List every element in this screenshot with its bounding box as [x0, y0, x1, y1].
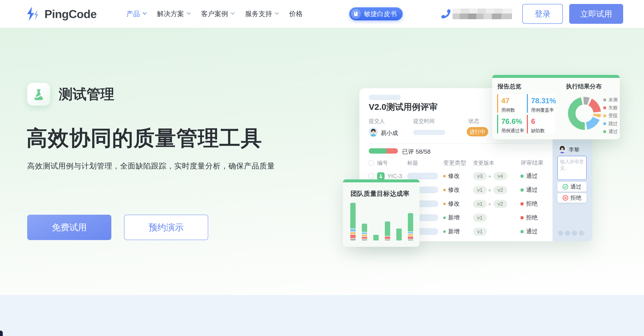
- bar-segment: [362, 239, 367, 240]
- legend-label: 通过: [608, 129, 618, 135]
- change-type-dot: [443, 189, 446, 191]
- nav-item-support[interactable]: 服务支持: [245, 9, 278, 18]
- col-review-result: 评审结果: [520, 159, 550, 167]
- report-title: 报告总览: [498, 82, 521, 91]
- reviewer-name: 李黎: [569, 146, 580, 153]
- bar-segment: [362, 224, 367, 232]
- bar-segment: [385, 221, 390, 236]
- stat-coverage: 78.31% 用例覆盖率: [527, 94, 555, 113]
- review-result: 通过: [526, 228, 538, 235]
- legend-item: 失败: [603, 105, 618, 110]
- stacked-bar: [362, 224, 367, 240]
- logo-text: PingCode: [44, 7, 97, 21]
- whitepaper-badge[interactable]: 敏捷白皮书: [349, 7, 403, 20]
- chevron-down-icon: [187, 11, 191, 15]
- hero-subtitle: 高效测试用例与计划管理，全面缺陷跟踪，实时度量分析，确保产品质量: [27, 161, 275, 171]
- redacted-phone-number: [452, 8, 512, 19]
- nav-item-products[interactable]: 产品: [126, 9, 146, 18]
- pagination-dots: [558, 231, 584, 236]
- navbar: PingCode 产品 解决方案 客户案例 服务支持 价格: [0, 0, 644, 28]
- pingcode-landing-page: PingCode 产品 解决方案 客户案例 服务支持 价格: [0, 0, 644, 336]
- legend-item: 通过: [603, 129, 618, 134]
- version-to: v2: [493, 186, 507, 194]
- approve-button: 通过: [557, 182, 587, 192]
- legend-label: 跳过: [608, 121, 618, 127]
- stat-case-count: 47 用例数: [497, 94, 525, 113]
- arrow-right-icon: ▸: [489, 201, 492, 207]
- change-type-dot: [443, 175, 446, 177]
- next-section-background: [0, 295, 644, 336]
- bar-segment: [350, 235, 356, 238]
- arrow-right-icon: ▸: [489, 187, 492, 193]
- result-status-square: [520, 188, 524, 191]
- whitepaper-label: 敏捷白皮书: [364, 9, 397, 18]
- report-stats: 47 用例数 78.31% 用例覆盖率 76.6% 用例通过率 6 缺陷数: [497, 94, 555, 133]
- try-now-button[interactable]: 立即试用: [569, 4, 623, 24]
- hero-cta-group: 免费试用 预约演示: [27, 215, 208, 240]
- check-circle-icon: [562, 184, 568, 190]
- bar-segment: [408, 232, 413, 233]
- time-placeholder: [413, 130, 445, 135]
- stacked-bar: [408, 213, 413, 240]
- change-type: 修改: [448, 172, 460, 180]
- donut-hole: [576, 104, 594, 122]
- legend-swatch: [603, 99, 606, 101]
- testcase-flask-icon: [377, 172, 384, 180]
- change-type: 修改: [448, 200, 460, 208]
- version-from: v1: [473, 200, 487, 208]
- legend-item: 跳过: [603, 121, 618, 126]
- version-to: v2: [493, 200, 507, 208]
- bar-segment: [350, 203, 356, 229]
- stacked-bar: [373, 235, 379, 240]
- col-change-type: 变更类型: [443, 159, 473, 167]
- legend-label: 未测: [608, 97, 618, 103]
- submitter-name: 易小成: [381, 129, 398, 137]
- legend-swatch: [603, 122, 606, 125]
- header-checkbox: [369, 160, 374, 166]
- bar-segment: [362, 232, 367, 234]
- result-status-square: [520, 202, 524, 205]
- legend-item: 受阻: [603, 113, 618, 118]
- book-icon: [351, 9, 361, 19]
- version-to: v4: [493, 172, 507, 180]
- review-result: 通过: [526, 172, 538, 180]
- bar-chart-title: 团队质量目标达成率: [350, 189, 410, 198]
- change-type: 修改: [448, 186, 460, 194]
- review-result: 拒绝: [526, 214, 538, 222]
- submit-time-label: 提交时间: [413, 118, 435, 125]
- login-button[interactable]: 登录: [522, 4, 563, 24]
- flask-icon-tile: [27, 83, 50, 106]
- bar-segment: [362, 237, 367, 239]
- legend-swatch: [603, 114, 606, 117]
- result-status-square: [520, 175, 524, 178]
- title-placeholder: [407, 173, 438, 179]
- bar-segment: [350, 229, 356, 232]
- product-tag: 测试管理: [27, 83, 114, 106]
- status-label: 状态: [468, 118, 479, 125]
- free-trial-button[interactable]: 免费试用: [27, 215, 111, 240]
- team-quality-bar-chart: [350, 201, 413, 240]
- card-accent-strip: [492, 75, 620, 78]
- pingcode-logo-icon: [26, 5, 40, 23]
- stacked-bar: [350, 203, 356, 240]
- progress-fill-green: [369, 148, 387, 154]
- table-header: 编号 标题 变更类型 变更版本 评审结果: [360, 159, 552, 167]
- stacked-bar: [396, 229, 402, 240]
- nav-item-solutions[interactable]: 解决方案: [157, 9, 190, 18]
- hero-title: 高效协同的质量管理工具: [26, 124, 262, 153]
- phone-icon: [441, 9, 450, 18]
- nav-right-group: 登录 立即试用: [441, 4, 623, 24]
- legend-label: 受阻: [608, 113, 618, 119]
- status-badge: 进行中: [467, 127, 488, 136]
- book-demo-button[interactable]: 预约演示: [124, 215, 208, 240]
- nav-item-customers[interactable]: 客户案例: [201, 9, 234, 18]
- stat-defect-count: 6 缺陷数: [527, 115, 555, 133]
- distribution-title: 执行结果分布: [566, 82, 602, 91]
- hero-section: 测试管理 高效协同的质量管理工具 高效测试用例与计划管理，全面缺陷跟踪，实时度量…: [0, 28, 644, 295]
- pingcode-logo[interactable]: PingCode: [26, 0, 97, 28]
- nav-item-pricing[interactable]: 价格: [289, 9, 303, 18]
- result-status-square: [520, 230, 524, 233]
- col-id: 编号: [377, 159, 407, 167]
- bar-segment: [350, 232, 356, 234]
- result-status-square: [520, 216, 524, 219]
